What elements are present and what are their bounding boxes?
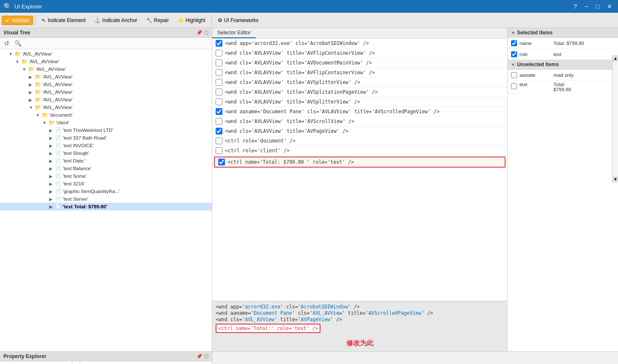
tree-item[interactable]: ▶ 📄 'text Some' [0,172,212,180]
selector-checkbox[interactable] [216,50,222,56]
repair-button[interactable]: 🔧 Repair [142,16,173,25]
expand-arrow: ▶ [29,75,35,79]
prop-text-value: Total: $799.80 [553,82,571,92]
doc-icon: 📄 [55,150,62,156]
prop-aastate-checkbox[interactable] [511,72,517,78]
prop-role-checkbox[interactable] [511,51,517,57]
selector-row[interactable]: <ctrl role='document' /> [212,136,507,146]
tree-item[interactable]: ▶ 📄 'text 337 Bath Road' [0,134,212,142]
property-row-text[interactable]: text Total: $799.80 [508,81,618,94]
selector-row[interactable]: <ctrl role='client' /> [212,146,507,156]
tree-item-label: 'AVL_AVView' [42,82,73,87]
scroll-down-button[interactable]: ▼ [612,176,618,182]
tree-item[interactable]: ▶ 📄 'text Server' [0,195,212,203]
selector-checkbox[interactable] [216,79,222,86]
toolbar-sep-1 [35,15,36,25]
selector-row[interactable]: <wnd cls='AVLAVView' title='AVDocumentMa… [212,58,507,68]
tree-item[interactable]: ▼ 📁 'client' [0,119,212,126]
validate-button[interactable]: ✔ Validate [2,16,33,25]
tree-item[interactable]: ▼ 📁 'AVL_AVView' [0,58,212,65]
tree-item-selected[interactable]: ▶ 📄 'text Total: $799.80' [0,203,212,210]
tree-item[interactable]: ▶ 📄 'text Balance' [0,165,212,172]
expand-arrow: ▶ [49,204,55,209]
minimize-button[interactable]: − [582,2,590,11]
tree-item[interactable]: ▶ 📄 'graphic ItemQuantityRa...' [0,188,212,195]
tree-item[interactable]: ▼ 📁 'AVL_AVView' [0,104,212,111]
selector-checkbox[interactable] [216,40,222,47]
selector-checkbox[interactable] [216,108,222,115]
expand-arrow: ▼ [15,59,21,64]
tree-item[interactable]: ▼ 📁 'AVL_AVView' [0,50,212,58]
tree-container[interactable]: ▼ 📁 'AVL_AVView' ▼ 📁 'AVL_AVView' ▼ 📁 'A… [0,49,212,351]
selector-checkbox[interactable] [216,147,222,154]
tree-item[interactable]: ▼ 📁 'AVL_AVView' [0,65,212,73]
doc-icon: 📄 [55,143,62,148]
close-button[interactable]: ✕ [604,2,615,11]
selector-row[interactable]: <wnd cls='AVLAVView' title='AVSplitation… [212,87,507,97]
tree-item[interactable]: ▶ 📁 'AVL_AVView' [0,81,212,88]
help-button[interactable]: ? [571,2,580,11]
scroll-up-button[interactable]: ▲ [612,55,618,62]
tree-item[interactable]: ▶ 📄 'text Date:' [0,157,212,165]
tree-item[interactable]: ▶ 📄 'text INVOICE' [0,142,212,149]
selector-checkbox[interactable] [216,98,222,105]
highlight-button[interactable]: ⭐ Highlight [174,16,209,25]
indicate-element-button[interactable]: ↖ Indicate Element [38,16,89,25]
selector-row-highlighted[interactable]: <ctrl name='Total: $799.80 ' role='text'… [214,157,506,168]
prop-detach-button[interactable]: ⬡ [204,353,208,359]
tree-item[interactable]: ▶ 📄 'text 3216' [0,180,212,188]
property-row-role[interactable]: role text [508,49,618,60]
selector-row[interactable]: <wnd cls='AVLAVView' title='AVFlipContai… [212,68,507,78]
prop-role-label: role [520,52,553,57]
selector-row[interactable]: <wnd cls='AVLAVView' title='AVFlipContai… [212,48,507,58]
maximize-button[interactable]: □ [593,2,602,11]
prop-text-checkbox[interactable] [511,83,517,89]
selector-row[interactable]: <wnd cls='AVLAVView' title='AVSplitterVi… [212,78,507,87]
selector-row[interactable]: <wnd aaname='Document Pane' cls='AVLAVVi… [212,107,507,117]
tree-item[interactable]: ▶ 📄 'text ThisWebHost LTD' [0,126,212,134]
bottom-section: Property Explorer 📌 ⬡ aastate read only … [0,351,618,364]
tree-item-label: 'AVL_AVView' [22,51,52,56]
prop-table-row[interactable]: aastate read only [0,361,212,364]
pin-button[interactable]: 📌 [196,30,202,36]
selector-checkbox[interactable] [216,137,222,144]
folder-icon: 📁 [35,89,42,95]
visual-tree-title: Visual Tree [3,30,30,36]
doc-icon: 📄 [55,196,62,202]
selector-list[interactable]: <wnd app='acrord32.exe' cls='AcrobatSDIW… [212,39,507,301]
selector-row[interactable]: <wnd app='acrord32.exe' cls='AcrobatSDIW… [212,39,507,48]
selector-checkbox[interactable] [216,69,222,76]
selector-checkbox[interactable] [216,118,222,125]
selector-row[interactable]: <wnd cls='AVLAVView' title='AVScrollView… [212,117,507,126]
tree-item-label: 'client' [56,120,69,125]
selector-checkbox[interactable] [216,128,222,134]
selector-checkbox[interactable] [218,159,225,165]
prop-pin-button[interactable]: 📌 [196,353,202,359]
refresh-tree-button[interactable]: ↺ [3,39,11,47]
selector-row[interactable]: <wnd cls='AVLAVView' title='AVPageView' … [212,126,507,136]
selected-items-header: ▼ Selected Items [508,28,618,38]
tree-item[interactable]: ▶ 📄 'text Slough' [0,149,212,157]
tree-item[interactable]: ▼ 📁 'document' [0,111,212,119]
tree-item[interactable]: ▶ 📁 'AVL_AVView' [0,73,212,81]
prop-name-checkbox[interactable] [511,40,517,46]
selector-checkbox[interactable] [216,89,222,95]
selector-text: <wnd cls='AVLAVView' title='AVFlipContai… [225,50,375,56]
tree-item[interactable]: ▶ 📁 'AVL_AVView' [0,88,212,96]
detach-button[interactable]: ⬡ [204,30,208,36]
selector-checkbox[interactable] [216,59,222,66]
selector-row[interactable]: <wnd cls='AVLAVView' title='AVSplitterVi… [212,97,507,107]
xml-line-2: <wnd aaname='Document Pane' cls='AVL_AVV… [216,310,504,316]
xml-line-1: <wnd app='acrord32.exe' cls='AcrobatSDIW… [216,304,504,310]
expand-arrow: ▶ [49,128,55,133]
property-row-aastate[interactable]: aastate read only [508,70,618,81]
expand-arrow: ▶ [49,151,55,156]
indicate-anchor-button[interactable]: ⚓ Indicate Anchor [90,16,141,25]
ui-frameworks-button[interactable]: ⚙ UI Frameworks [214,16,262,25]
tree-item[interactable]: ▶ 📁 'AVL_AVView' [0,96,212,104]
xml-highlighted-line: <ctrl name='Total:' role='text' /> [216,324,320,333]
selector-editor-tab[interactable]: Selector Editor [212,28,256,38]
search-tree-button[interactable]: 🔍 [13,39,23,47]
property-row-name[interactable]: name Total: $799.80 [508,38,618,49]
highlight-icon: ⭐ [177,17,184,23]
